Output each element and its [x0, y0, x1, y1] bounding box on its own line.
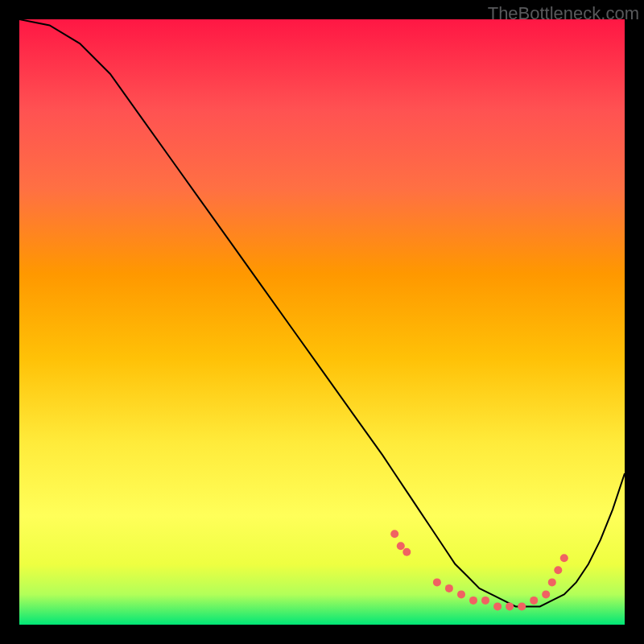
chart-marker [457, 590, 465, 598]
chart-marker [433, 578, 441, 586]
chart-marker [402, 548, 411, 556]
chart-marker [469, 597, 477, 605]
chart-marker [530, 597, 538, 605]
chart-marker [548, 578, 556, 586]
chart-curve-layer [19, 19, 625, 625]
chart-marker [493, 602, 502, 610]
chart-marker [481, 597, 489, 605]
chart-marker [397, 542, 405, 550]
chart-marker [390, 530, 398, 538]
chart-marker [542, 590, 550, 598]
chart-marker [518, 602, 526, 610]
chart-container: TheBottleneck.com [0, 0, 644, 644]
chart-marker [554, 566, 562, 574]
chart-marker [560, 554, 568, 562]
watermark-text: TheBottleneck.com [488, 3, 639, 24]
chart-markers [390, 530, 568, 610]
chart-marker [445, 584, 453, 592]
chart-marker [506, 602, 514, 610]
chart-curve [19, 19, 625, 606]
